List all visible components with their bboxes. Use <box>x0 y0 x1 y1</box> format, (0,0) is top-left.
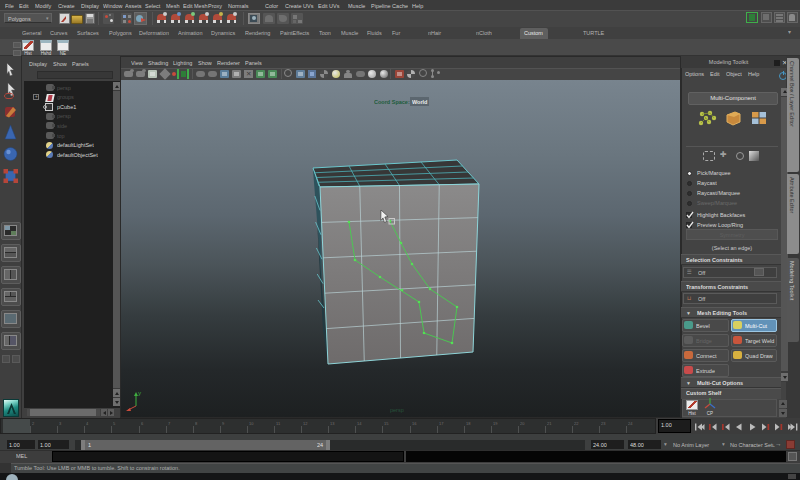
svg-text:y: y <box>138 390 141 396</box>
